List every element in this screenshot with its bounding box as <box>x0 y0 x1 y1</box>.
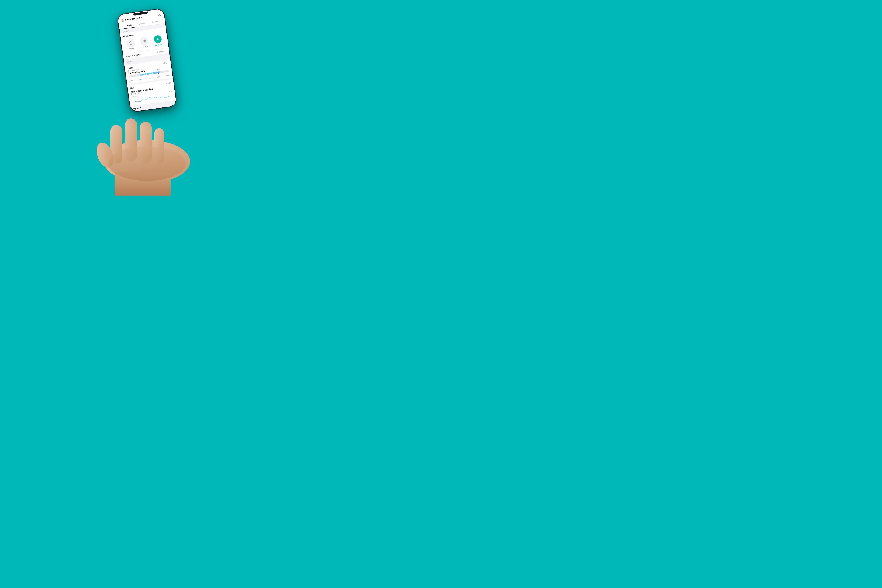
svg-point-1 <box>144 40 145 42</box>
mode-armed[interactable]: Armed <box>126 39 135 50</box>
armed-label: Armed <box>129 47 134 50</box>
svg-point-4 <box>158 39 159 40</box>
mode-aware[interactable]: Aware <box>140 37 149 48</box>
location-selector[interactable]: 🏠 Santa Monica ▾ <box>121 16 142 22</box>
relaxed-label: Relaxed <box>155 44 162 46</box>
relaxed-circle <box>153 35 162 44</box>
chevron-right-icon: › <box>167 62 168 63</box>
aware-label: Aware <box>142 45 148 48</box>
location-label: Santa Monica <box>125 16 140 21</box>
svg-point-12 <box>108 146 186 181</box>
zone-info-text: 1 zone in Relaxed <box>126 53 141 57</box>
chevron-right-icon: › <box>170 82 171 84</box>
chevron-right-icon: › <box>166 50 166 52</box>
profile-icon[interactable] <box>158 13 161 17</box>
motion-today-label: Today <box>128 66 134 69</box>
hand-scene: 🏠 Santa Monica ▾ <box>0 0 294 196</box>
svg-point-3 <box>142 39 146 43</box>
mode-relaxed[interactable]: Relaxed <box>153 35 163 46</box>
sparkline-end: Now <box>170 91 172 92</box>
history-link[interactable]: History › <box>162 62 168 64</box>
now-label: Now <box>130 87 134 89</box>
svg-point-0 <box>159 14 160 15</box>
armed-circle <box>126 39 135 47</box>
more-link[interactable]: More › <box>166 82 171 84</box>
svg-point-2 <box>143 40 146 42</box>
home-icon: 🏠 <box>121 19 124 22</box>
customize-link[interactable]: Customize › <box>157 50 166 53</box>
aware-circle <box>140 37 149 46</box>
chevron-down-icon: ▾ <box>141 16 142 18</box>
